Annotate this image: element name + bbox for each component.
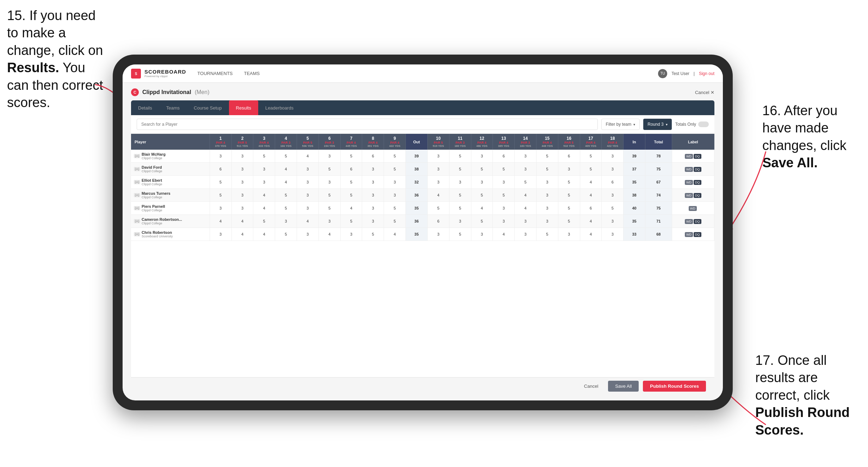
score-hole-17[interactable]: 4 — [580, 189, 602, 202]
score-hole-5[interactable]: 4 — [297, 215, 319, 228]
filter-by-team-dropdown[interactable]: Filter by team ▾ — [601, 119, 640, 130]
score-hole-3[interactable]: 4 — [253, 189, 275, 202]
score-hole-14[interactable]: 3 — [515, 163, 537, 176]
score-hole-17[interactable]: 4 — [580, 228, 602, 241]
score-hole-16[interactable]: 3 — [558, 228, 580, 241]
score-hole-14[interactable]: 4 — [515, 189, 537, 202]
score-hole-6[interactable]: 5 — [318, 202, 340, 215]
score-hole-8[interactable]: 3 — [362, 163, 384, 176]
tab-teams[interactable]: Teams — [159, 100, 187, 115]
score-hole-7[interactable]: 5 — [340, 189, 362, 202]
score-hole-3[interactable]: 4 — [253, 228, 275, 241]
score-hole-15[interactable]: 3 — [536, 202, 558, 215]
score-hole-1[interactable]: 3 — [210, 150, 231, 163]
score-hole-14[interactable]: 4 — [515, 202, 537, 215]
score-hole-10[interactable]: 3 — [427, 176, 449, 189]
score-hole-16[interactable]: 5 — [558, 215, 580, 228]
score-hole-13[interactable]: 3 — [493, 176, 515, 189]
score-hole-14[interactable]: 3 — [515, 228, 537, 241]
cancel-button[interactable]: Cancel — [578, 381, 604, 392]
tab-results[interactable]: Results — [229, 100, 258, 115]
score-hole-10[interactable]: 4 — [427, 189, 449, 202]
score-hole-15[interactable]: 3 — [536, 215, 558, 228]
score-hole-2[interactable]: 4 — [231, 228, 253, 241]
score-hole-12[interactable]: 5 — [471, 189, 493, 202]
score-hole-1[interactable]: 3 — [210, 228, 231, 241]
score-hole-11[interactable]: 3 — [449, 215, 471, 228]
score-hole-8[interactable]: 3 — [362, 202, 384, 215]
score-hole-11[interactable]: 5 — [449, 228, 471, 241]
score-hole-6[interactable]: 3 — [318, 215, 340, 228]
toggle-switch[interactable] — [698, 122, 709, 127]
score-hole-7[interactable]: 4 — [340, 202, 362, 215]
score-hole-18[interactable]: 3 — [602, 228, 624, 241]
totals-only-toggle[interactable]: Totals Only — [675, 122, 709, 127]
score-hole-18[interactable]: 5 — [602, 202, 624, 215]
score-hole-1[interactable]: 3 — [210, 202, 231, 215]
score-hole-2[interactable]: 3 — [231, 202, 253, 215]
score-hole-4[interactable]: 4 — [275, 176, 297, 189]
score-hole-11[interactable]: 5 — [449, 150, 471, 163]
score-hole-7[interactable]: 5 — [340, 215, 362, 228]
score-hole-2[interactable]: 3 — [231, 189, 253, 202]
score-hole-2[interactable]: 4 — [231, 215, 253, 228]
save-all-button[interactable]: Save All — [608, 381, 639, 392]
score-hole-9[interactable]: 5 — [384, 150, 406, 163]
score-hole-15[interactable]: 5 — [536, 228, 558, 241]
score-hole-18[interactable]: 3 — [602, 163, 624, 176]
score-hole-11[interactable]: 3 — [449, 176, 471, 189]
score-hole-4[interactable]: 4 — [275, 163, 297, 176]
score-hole-2[interactable]: 3 — [231, 163, 253, 176]
score-hole-10[interactable]: 5 — [427, 202, 449, 215]
score-hole-18[interactable]: 6 — [602, 176, 624, 189]
score-hole-14[interactable]: 5 — [515, 176, 537, 189]
sign-out-link[interactable]: Sign out — [699, 71, 714, 76]
cancel-tournament-btn[interactable]: Cancel ✕ — [695, 90, 714, 95]
score-hole-16[interactable]: 3 — [558, 163, 580, 176]
score-hole-5[interactable]: 3 — [297, 228, 319, 241]
score-hole-13[interactable]: 6 — [493, 150, 515, 163]
score-hole-13[interactable]: 4 — [493, 228, 515, 241]
score-hole-5[interactable]: 3 — [297, 189, 319, 202]
score-hole-5[interactable]: 3 — [297, 202, 319, 215]
score-hole-4[interactable]: 5 — [275, 202, 297, 215]
nav-tournaments[interactable]: TOURNAMENTS — [197, 69, 232, 77]
score-hole-16[interactable]: 6 — [558, 150, 580, 163]
score-hole-8[interactable]: 3 — [362, 176, 384, 189]
score-hole-1[interactable]: 5 — [210, 189, 231, 202]
score-hole-13[interactable]: 3 — [493, 215, 515, 228]
score-hole-12[interactable]: 3 — [471, 150, 493, 163]
score-hole-12[interactable]: 3 — [471, 228, 493, 241]
score-hole-15[interactable]: 3 — [536, 189, 558, 202]
tab-details[interactable]: Details — [131, 100, 159, 115]
score-hole-13[interactable]: 5 — [493, 163, 515, 176]
score-hole-4[interactable]: 5 — [275, 189, 297, 202]
score-hole-9[interactable]: 5 — [384, 202, 406, 215]
score-hole-7[interactable]: 5 — [340, 176, 362, 189]
nav-teams[interactable]: TEAMS — [244, 69, 260, 77]
score-hole-18[interactable]: 3 — [602, 150, 624, 163]
score-hole-3[interactable]: 5 — [253, 215, 275, 228]
score-hole-16[interactable]: 5 — [558, 176, 580, 189]
score-hole-4[interactable]: 3 — [275, 215, 297, 228]
score-hole-8[interactable]: 3 — [362, 215, 384, 228]
round-dropdown[interactable]: Round 3 ▾ — [643, 119, 671, 130]
score-hole-11[interactable]: 5 — [449, 189, 471, 202]
score-hole-5[interactable]: 3 — [297, 163, 319, 176]
score-hole-13[interactable]: 5 — [493, 189, 515, 202]
score-hole-7[interactable]: 3 — [340, 228, 362, 241]
score-hole-1[interactable]: 6 — [210, 163, 231, 176]
score-hole-5[interactable]: 4 — [297, 150, 319, 163]
publish-round-scores-button[interactable]: Publish Round Scores — [643, 381, 706, 392]
score-hole-17[interactable]: 4 — [580, 176, 602, 189]
score-hole-12[interactable]: 4 — [471, 202, 493, 215]
score-hole-15[interactable]: 5 — [536, 150, 558, 163]
search-input[interactable] — [137, 119, 598, 130]
score-hole-16[interactable]: 5 — [558, 189, 580, 202]
score-hole-8[interactable]: 3 — [362, 189, 384, 202]
score-hole-10[interactable]: 3 — [427, 163, 449, 176]
score-hole-17[interactable]: 6 — [580, 202, 602, 215]
score-hole-9[interactable]: 3 — [384, 176, 406, 189]
score-hole-1[interactable]: 5 — [210, 176, 231, 189]
score-hole-15[interactable]: 3 — [536, 176, 558, 189]
